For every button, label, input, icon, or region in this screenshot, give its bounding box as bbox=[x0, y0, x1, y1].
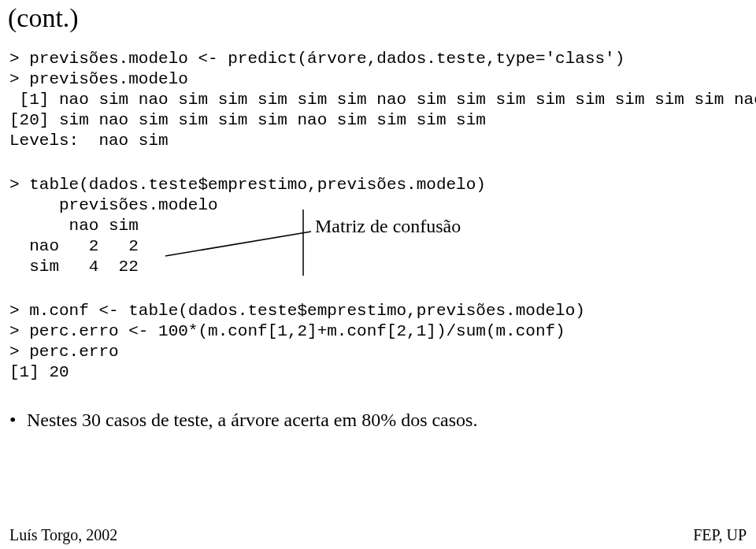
bullet-text: Nestes 30 casos de teste, a árvore acert… bbox=[27, 410, 477, 430]
code-line: > perc.erro bbox=[9, 342, 119, 362]
code-line: [1] 20 bbox=[9, 362, 69, 383]
bullet-point: •Nestes 30 casos de teste, a árvore acer… bbox=[9, 410, 477, 431]
code-line: nao sim bbox=[9, 216, 139, 236]
bullet-icon: • bbox=[9, 410, 27, 431]
code-line: [20] sim nao sim sim sim sim nao sim sim… bbox=[9, 110, 486, 131]
code-line: > previsões.modelo bbox=[9, 69, 188, 90]
confusion-matrix-label: Matriz de confusão bbox=[315, 216, 461, 237]
code-line: previsões.modelo bbox=[9, 195, 218, 216]
code-line: > perc.erro <- 100*(m.conf[1,2]+m.conf[2… bbox=[9, 321, 565, 342]
code-line: sim 4 22 bbox=[9, 257, 139, 277]
code-line: [1] nao sim nao sim sim sim sim sim nao … bbox=[9, 90, 756, 110]
footer-left: Luís Torgo, 2002 bbox=[9, 526, 117, 544]
page-title: (cont.) bbox=[8, 3, 79, 33]
code-line: > previsões.modelo <- predict(árvore,dad… bbox=[9, 49, 624, 69]
code-line: nao 2 2 bbox=[9, 236, 139, 257]
code-line: > table(dados.teste$emprestimo,previsões… bbox=[9, 175, 486, 195]
code-line: > m.conf <- table(dados.teste$emprestimo… bbox=[9, 301, 585, 321]
code-line: Levels: nao sim bbox=[9, 131, 169, 151]
footer-right: FEP, UP bbox=[693, 526, 747, 544]
svg-line-1 bbox=[165, 232, 311, 256]
